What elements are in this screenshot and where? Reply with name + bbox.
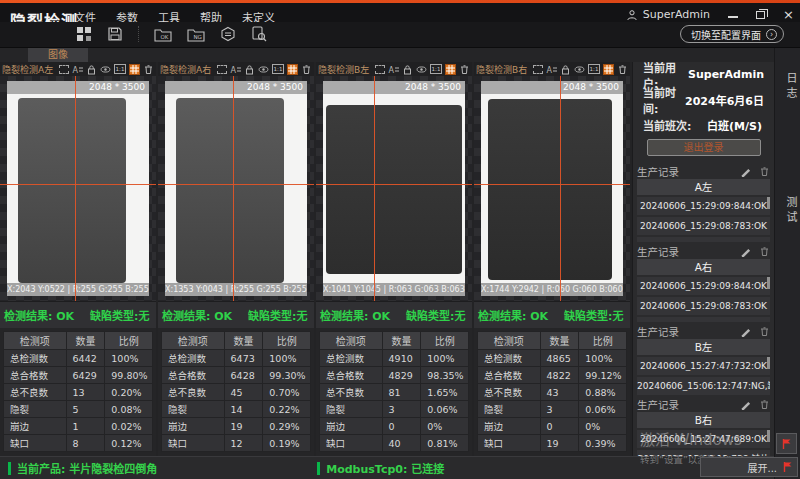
records-scrollbar[interactable] xyxy=(767,357,770,369)
grid-icon[interactable] xyxy=(445,64,456,75)
selection-rect-icon[interactable] xyxy=(217,65,227,74)
records-scrollbar[interactable] xyxy=(767,197,770,209)
edit-icon[interactable] xyxy=(740,166,751,177)
lock-icon[interactable] xyxy=(560,64,571,75)
layout-grid-icon[interactable] xyxy=(76,26,92,42)
grid-icon[interactable] xyxy=(603,64,614,75)
grid-icon[interactable] xyxy=(287,64,298,75)
cell: 100% xyxy=(263,350,311,367)
current-user-chip[interactable]: SuperAdmin xyxy=(626,8,710,21)
annotate-icon[interactable]: A xyxy=(546,64,557,75)
selection-rect-icon[interactable] xyxy=(375,65,385,74)
panel-header: 隐裂检测A左 A 1:1 xyxy=(0,62,156,76)
cell: 8 xyxy=(66,435,105,452)
delete-icon[interactable] xyxy=(143,64,154,75)
image-viewport[interactable]: 2048 * 3500 X:2043 Y:0522 | R:255 G:255 … xyxy=(0,76,156,301)
table-row: 隐裂30.06% xyxy=(320,401,469,418)
selection-rect-icon[interactable] xyxy=(59,65,69,74)
cell: 0 xyxy=(382,418,421,435)
cell: 45 xyxy=(224,384,263,401)
svg-text:OK: OK xyxy=(161,34,169,40)
stats-table-wrap: 检测项 数量 比例 总检测数4865100% 总合格数482299.12% 总不… xyxy=(474,328,630,456)
record-item: 20240606_15:27:47:732:OK xyxy=(637,357,770,375)
section-title: 生产记录 xyxy=(637,397,679,412)
tab-image[interactable]: 图像 xyxy=(28,48,88,62)
annotate-icon[interactable]: A xyxy=(230,64,241,75)
stats-table-wrap: 检测项 数量 比例 总检测数6442100% 总合格数642999.80% 总不… xyxy=(0,328,156,456)
image-viewport[interactable]: 2048 * 3500 X:1353 Y:0043 | R:255 G:255 … xyxy=(158,76,314,301)
delete-icon[interactable] xyxy=(759,246,770,257)
close-button[interactable]: × xyxy=(783,10,794,20)
cell: 崩边 xyxy=(4,418,67,435)
detection-table: 检测项 数量 比例 总检测数4910100% 总合格数482998.35% 总不… xyxy=(319,331,469,452)
overlay-flag-button[interactable] xyxy=(776,433,797,454)
edit-icon[interactable] xyxy=(740,399,751,410)
panel-header: 隐裂检测B右 A 1:1 xyxy=(474,62,630,76)
lock-icon[interactable] xyxy=(244,64,255,75)
stack-icon[interactable] xyxy=(220,26,236,42)
annotate-icon[interactable]: A xyxy=(72,64,83,75)
image-resolution: 2048 * 3500 xyxy=(7,81,149,94)
table-row: 崩边190.29% xyxy=(162,418,311,435)
delete-icon[interactable] xyxy=(759,166,770,177)
col-count: 数量 xyxy=(66,332,105,350)
visibility-icon[interactable] xyxy=(100,64,111,75)
cell: 0.06% xyxy=(421,401,469,418)
logout-button[interactable]: 退出登录 xyxy=(647,139,761,156)
image-viewport[interactable]: 2048 * 3500 X:1744 Y:2942 | R:060 G:060 … xyxy=(474,76,630,301)
folder-ok-icon[interactable]: OK xyxy=(154,27,172,42)
records-scrollbar[interactable] xyxy=(767,277,770,289)
chevron-right-icon: › xyxy=(766,29,777,40)
minimize-button[interactable] xyxy=(728,16,738,18)
current-product-status: 当前产品: 半片隐裂检四倒角 xyxy=(8,460,157,476)
cell: 0 xyxy=(540,418,579,435)
one-to-one-icon[interactable]: 1:1 xyxy=(114,64,126,74)
one-to-one-icon[interactable]: 1:1 xyxy=(430,64,442,74)
lock-icon[interactable] xyxy=(86,64,97,75)
cell: 40 xyxy=(382,435,421,452)
current-product-text: 当前产品: 半片隐裂检四倒角 xyxy=(17,460,157,476)
status-accent xyxy=(317,462,320,475)
camera-panel-a-right: 隐裂检测A右 A 1:1 2048 * 3500 X:1353 Y:0043 |… xyxy=(158,62,314,456)
edit-icon[interactable] xyxy=(740,326,751,337)
crosshair-horizontal xyxy=(316,184,472,185)
detection-table: 检测项 数量 比例 总检测数6473100% 总合格数642899.30% 总不… xyxy=(161,331,311,452)
delete-icon[interactable] xyxy=(759,399,770,410)
cell: 隐裂 xyxy=(478,401,541,418)
save-icon[interactable] xyxy=(107,26,123,42)
annotate-icon[interactable]: A xyxy=(388,64,399,75)
one-to-one-icon[interactable]: 1:1 xyxy=(588,64,600,74)
folder-ng-icon[interactable]: NG xyxy=(187,27,205,42)
one-to-one-icon[interactable]: 1:1 xyxy=(272,64,284,74)
search-document-icon[interactable] xyxy=(251,26,267,42)
visibility-icon[interactable] xyxy=(416,64,427,75)
cell: 崩边 xyxy=(320,418,383,435)
edit-icon[interactable] xyxy=(740,246,751,257)
lock-icon[interactable] xyxy=(402,64,413,75)
toolbar-separator xyxy=(138,26,139,42)
grid-icon[interactable] xyxy=(129,64,140,75)
restore-button[interactable] xyxy=(756,11,765,19)
visibility-icon[interactable] xyxy=(574,64,585,75)
tab-log[interactable]: 日志 xyxy=(782,72,798,102)
crosshair-vertical xyxy=(560,76,561,301)
col-item: 检测项 xyxy=(478,332,541,350)
delete-icon[interactable] xyxy=(301,64,312,75)
station-label: A左 xyxy=(637,179,770,195)
panel-header: 隐裂检测A右 A 1:1 xyxy=(158,62,314,76)
delete-icon[interactable] xyxy=(759,326,770,337)
switch-to-config-button[interactable]: 切换至配置界面 › xyxy=(680,25,784,43)
camera-image: 2048 * 3500 X:1353 Y:0043 | R:255 G:255 … xyxy=(165,81,307,296)
records-scrollbar[interactable] xyxy=(767,430,770,442)
cell: 0.70% xyxy=(263,384,311,401)
crosshair-vertical xyxy=(374,76,375,301)
delete-icon[interactable] xyxy=(617,64,628,75)
tab-test[interactable]: 测试 xyxy=(782,196,798,226)
image-viewport[interactable]: 2048 * 3500 X:1041 Y:1045 | R:063 G:063 … xyxy=(316,76,472,301)
overlay-expand-toast[interactable]: 展开... xyxy=(700,457,798,477)
cell: 0.19% xyxy=(263,435,311,452)
delete-icon[interactable] xyxy=(459,64,470,75)
visibility-icon[interactable] xyxy=(258,64,269,75)
result-bar: 检测结果: OK 缺陷类型:无 xyxy=(158,301,314,328)
selection-rect-icon[interactable] xyxy=(533,65,543,74)
